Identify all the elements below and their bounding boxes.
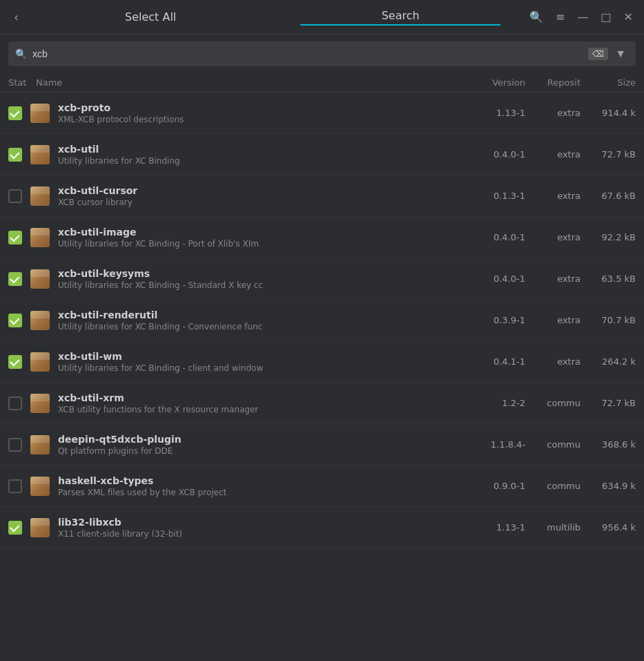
package-repository: extra xyxy=(525,356,580,367)
package-icon-box xyxy=(30,352,50,372)
package-description: Utility libraries for XC Binding - Conve… xyxy=(58,322,467,332)
package-info: xcb-util-wm Utility libraries for XC Bin… xyxy=(58,351,467,373)
package-repository: commu xyxy=(525,398,580,408)
package-icon xyxy=(29,227,51,249)
status-checkbox[interactable] xyxy=(8,189,22,203)
package-info: xcb-util-xrm XCB utility functions for t… xyxy=(58,392,467,414)
search-input[interactable] xyxy=(32,48,588,59)
table-row[interactable]: xcb-util-wm Utility libraries for XC Bin… xyxy=(0,341,644,383)
package-description: XML-XCB protocol descriptions xyxy=(58,115,467,124)
package-description: Utility libraries for XC Binding - Port … xyxy=(58,239,467,249)
status-checkbox[interactable] xyxy=(8,396,22,410)
package-size: 956.4 k xyxy=(580,522,636,533)
package-icon xyxy=(29,144,51,166)
search-icon[interactable]: 🔍 xyxy=(525,8,547,26)
status-checkbox[interactable] xyxy=(8,106,22,120)
search-clear-button[interactable]: ⌫ xyxy=(588,48,608,60)
package-description: XCB utility functions for the X resource… xyxy=(58,405,467,414)
package-size: 264.2 k xyxy=(580,356,636,367)
search-dropdown-button[interactable]: ▼ xyxy=(612,48,629,60)
minimize-icon[interactable]: — xyxy=(573,8,592,26)
status-checkbox[interactable] xyxy=(8,231,22,245)
package-description: Utility libraries for XC Binding - clien… xyxy=(58,363,467,373)
package-info: xcb-util-renderutil Utility libraries fo… xyxy=(58,309,467,332)
maximize-icon[interactable]: □ xyxy=(596,8,615,26)
search-tab[interactable]: Search xyxy=(275,9,525,25)
package-version: 0.9.0-1 xyxy=(467,481,525,491)
table-row[interactable]: xcb-util-image Utility libraries for XC … xyxy=(0,217,644,258)
table-row[interactable]: xcb-proto XML-XCB protocol descriptions … xyxy=(0,93,644,134)
package-info: haskell-xcb-types Parses XML files used … xyxy=(58,475,467,497)
package-size: 914.4 k xyxy=(580,108,636,118)
package-list: xcb-proto XML-XCB protocol descriptions … xyxy=(0,93,644,653)
menu-icon[interactable]: ≡ xyxy=(552,8,569,26)
package-version: 0.3.9-1 xyxy=(467,315,525,325)
package-size: 368.6 k xyxy=(580,439,636,450)
table-row[interactable]: lib32-libxcb X11 client-side library (32… xyxy=(0,507,644,548)
close-icon[interactable]: ✕ xyxy=(620,8,637,26)
table-row[interactable]: xcb-util-cursor XCB cursor library 0.1.3… xyxy=(0,175,644,217)
package-icon-box xyxy=(30,435,50,454)
table-header: Stat Name Version Reposit Size xyxy=(0,73,644,93)
package-size: 70.7 kB xyxy=(580,315,636,325)
package-icon-box xyxy=(30,145,50,164)
table-row[interactable]: deepin-qt5dxcb-plugin Qt platform plugin… xyxy=(0,424,644,466)
package-description: Utility libraries for XC Binding - Stand… xyxy=(58,280,467,290)
status-checkbox[interactable] xyxy=(8,521,22,535)
package-name: xcb-util-renderutil xyxy=(58,309,467,320)
package-repository: extra xyxy=(525,274,580,284)
package-info: xcb-util Utility libraries for XC Bindin… xyxy=(58,144,467,166)
package-icon xyxy=(29,517,51,539)
package-name: haskell-xcb-types xyxy=(58,475,467,486)
package-icon xyxy=(29,268,51,290)
status-checkbox[interactable] xyxy=(8,355,22,369)
package-info: lib32-libxcb X11 client-side library (32… xyxy=(58,517,467,539)
package-version: 0.1.3-1 xyxy=(467,191,525,201)
package-icon-box xyxy=(30,518,50,537)
package-info: xcb-util-cursor XCB cursor library xyxy=(58,185,467,207)
package-version: 1.13-1 xyxy=(467,108,525,118)
package-info: xcb-util-keysyms Utility libraries for X… xyxy=(58,268,467,290)
package-icon-box xyxy=(30,311,50,330)
package-repository: extra xyxy=(525,232,580,242)
package-info: xcb-proto XML-XCB protocol descriptions xyxy=(58,102,467,124)
header-repository: Reposit xyxy=(525,77,580,88)
package-size: 63.5 kB xyxy=(580,274,636,284)
table-row[interactable]: haskell-xcb-types Parses XML files used … xyxy=(0,466,644,507)
package-name: deepin-qt5dxcb-plugin xyxy=(58,434,467,445)
status-checkbox[interactable] xyxy=(8,272,22,286)
header-version: Version xyxy=(467,77,525,88)
status-checkbox[interactable] xyxy=(8,438,22,452)
package-info: xcb-util-image Utility libraries for XC … xyxy=(58,227,467,249)
package-size: 92.2 kB xyxy=(580,232,636,242)
back-button[interactable]: ‹ xyxy=(7,6,26,28)
package-name: xcb-proto xyxy=(58,102,467,113)
package-version: 1.1.8.4- xyxy=(467,439,525,450)
status-checkbox[interactable] xyxy=(8,148,22,162)
package-icon xyxy=(29,434,51,456)
window-controls: 🔍 ≡ — □ ✕ xyxy=(525,8,637,26)
package-size: 634.9 k xyxy=(580,481,636,491)
status-checkbox[interactable] xyxy=(8,314,22,327)
package-size: 72.7 kB xyxy=(580,149,636,160)
table-row[interactable]: xcb-util Utility libraries for XC Bindin… xyxy=(0,134,644,175)
table-row[interactable]: xcb-util-renderutil Utility libraries fo… xyxy=(0,300,644,341)
search-tab-underline xyxy=(300,24,500,26)
package-name: xcb-util-wm xyxy=(58,351,467,362)
status-checkbox[interactable] xyxy=(8,479,22,493)
package-repository: extra xyxy=(525,108,580,118)
package-name: xcb-util-keysyms xyxy=(58,268,467,279)
package-icon xyxy=(29,102,51,124)
package-name: xcb-util-xrm xyxy=(58,392,467,403)
table-row[interactable]: xcb-util-keysyms Utility libraries for X… xyxy=(0,258,644,300)
package-icon-box xyxy=(30,269,50,289)
package-repository: extra xyxy=(525,315,580,325)
package-size: 67.6 kB xyxy=(580,191,636,201)
package-version: 1.13-1 xyxy=(467,522,525,533)
package-repository: commu xyxy=(525,439,580,450)
table-row[interactable]: xcb-util-xrm XCB utility functions for t… xyxy=(0,383,644,424)
package-name: lib32-libxcb xyxy=(58,517,467,528)
package-icon xyxy=(29,351,51,373)
select-all-title: Select All xyxy=(26,10,275,23)
package-name: xcb-util-cursor xyxy=(58,185,467,196)
